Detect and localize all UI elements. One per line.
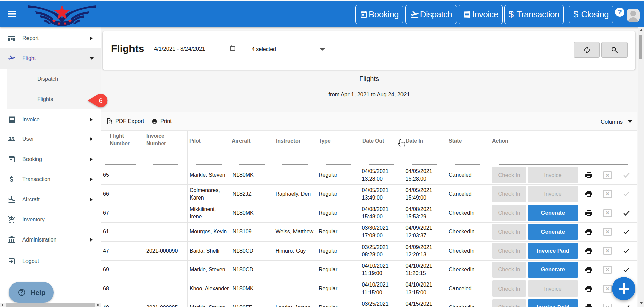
svg-text:6: 6 <box>99 97 102 104</box>
